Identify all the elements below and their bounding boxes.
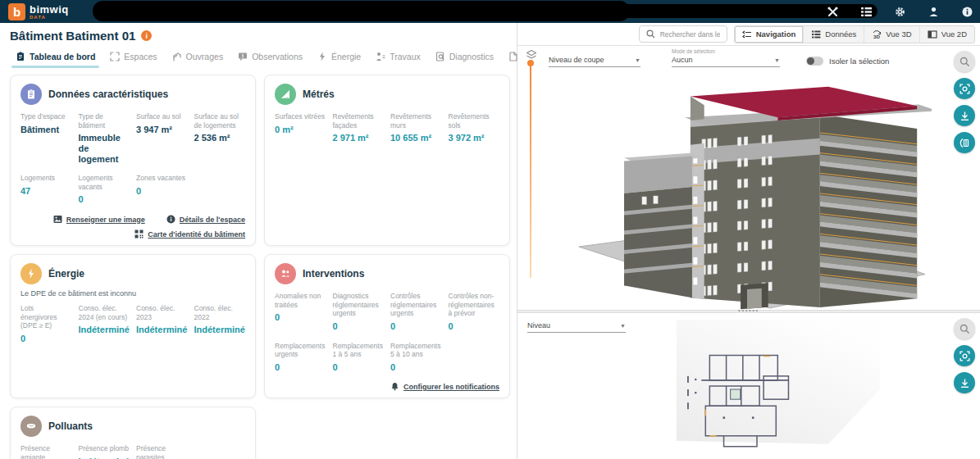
ouvrages-icon — [172, 52, 182, 61]
field-label: Conso. élec. 2022 — [194, 304, 246, 321]
field-label: Surface au sol — [136, 112, 188, 121]
field-value: 0 — [333, 362, 385, 373]
field-label: Remplacements urgents — [275, 342, 326, 359]
tab-diagnostics[interactable]: Diagnostics — [428, 48, 501, 66]
field-value: 0 — [79, 194, 130, 205]
view-button-donnees[interactable]: Données — [804, 26, 864, 43]
ruler-icon — [275, 84, 296, 105]
section-box-button[interactable] — [954, 132, 975, 153]
field-label: Revêtements murs — [390, 112, 442, 130]
tab-label: Observations — [252, 52, 303, 61]
viewport-3d[interactable]: Niveau de coupe▼ Mode de sélection Aucun… — [517, 46, 980, 310]
field-label: Anomalies non traitées — [275, 292, 326, 309]
tab-label: Tableau de bord — [30, 52, 95, 61]
fit-view-button-2d[interactable] — [954, 345, 975, 366]
field-value: 2 536 m² — [194, 133, 246, 143]
svg-text:3D: 3D — [873, 33, 880, 39]
logo-name: bimwiq — [30, 4, 69, 15]
tab-observations[interactable]: Observations — [230, 48, 310, 66]
field-value: 0 m² — [275, 125, 326, 135]
tab-travaux[interactable]: Travaux — [368, 48, 428, 66]
cut-level-slider-track[interactable] — [530, 66, 531, 278]
travaux-icon — [376, 52, 385, 61]
viewport-2d[interactable]: Niveau▼ — [517, 313, 980, 459]
user-icon[interactable] — [928, 6, 940, 18]
building-search[interactable] — [639, 25, 727, 43]
tab-espaces[interactable]: Espaces — [103, 48, 164, 66]
field-value: Bâtiment — [21, 125, 72, 135]
zoom-button-2d[interactable] — [954, 318, 975, 339]
chevron-down-icon: ▼ — [774, 57, 780, 63]
link-configurer-notifications[interactable]: Configurer les notifications — [390, 382, 499, 391]
field-value: 0 — [333, 321, 385, 332]
app-window: b bimwiq DATA Bâtiment Batiment 01 i Tab… — [0, 0, 980, 459]
field-value: 47 — [21, 186, 72, 197]
field-label: Surface au sol de logements — [194, 112, 246, 130]
selection-mode-label: Mode de sélection — [672, 48, 780, 54]
building-3d-model[interactable] — [563, 67, 932, 310]
field-label: Remplacements 1 à 5 ans — [333, 342, 385, 359]
field-label: Lots énergivores (DPE ≥ E) — [21, 304, 72, 330]
tab-label: Diagnostics — [449, 52, 494, 61]
card-energie: Énergie Le DPE de ce bâtiment est inconn… — [10, 254, 256, 398]
topbar: b bimwiq DATA — [0, 0, 980, 23]
field-label: Présence parasites — [136, 444, 188, 459]
card-title: Métrés — [303, 89, 335, 100]
field-value: 10 655 m² — [390, 133, 442, 143]
settings-icon[interactable] — [894, 6, 906, 18]
view-button-navigation[interactable]: Navigation — [735, 26, 805, 43]
bimwiq-logo[interactable]: b bimwiq DATA — [0, 3, 69, 20]
card-metres: Métrés Surfaces vitrées0 m² Revêtements … — [264, 75, 510, 246]
field-value: 3 972 m² — [449, 133, 500, 143]
layers-icon — [526, 49, 537, 61]
download-button-3d[interactable] — [954, 105, 975, 126]
card-title: Données caractéristiques — [48, 89, 168, 100]
field-label: Présence plomb — [79, 444, 130, 453]
field-label: Surfaces vitrées — [275, 112, 326, 121]
dpe-note: Le DPE de ce bâtiment est inconnu — [21, 289, 245, 298]
zoom-button-3d[interactable] — [954, 51, 975, 72]
tab-label: Espaces — [124, 52, 157, 61]
tools-icon[interactable] — [827, 6, 839, 18]
field-value: 0 — [275, 362, 326, 373]
vue-3d-icon: 3D — [872, 30, 882, 39]
building-info-badge[interactable]: i — [141, 30, 152, 41]
search-icon — [646, 30, 655, 39]
tab-ouvrages[interactable]: Ouvrages — [165, 48, 231, 66]
vue-2d-icon — [928, 30, 937, 39]
redacted-area — [93, 1, 630, 21]
link-carte-identite[interactable]: Carte d'identité du bâtiment — [134, 230, 245, 239]
link-renseigner-image[interactable]: Renseigner une image — [53, 215, 145, 224]
observations-icon — [238, 52, 248, 61]
modules-icon[interactable] — [860, 6, 873, 18]
viewer-header: Navigation Données 3D Vue 3D Vue 2D — [517, 23, 980, 46]
info-icon[interactable] — [961, 6, 973, 18]
view-button-vue-3d[interactable]: 3D Vue 3D — [864, 26, 919, 43]
cut-level-slider-handle[interactable] — [527, 60, 534, 66]
field-value: 0 — [21, 334, 72, 344]
search-input[interactable] — [660, 30, 720, 39]
chevron-down-icon: ▼ — [635, 57, 640, 63]
field-value: Indéterminé — [79, 325, 130, 335]
field-value: 3 947 m² — [136, 125, 188, 135]
field-label: Type de bâtiment — [79, 112, 130, 130]
link-details-espace[interactable]: Détails de l'espace — [166, 215, 245, 224]
lightning-icon — [21, 263, 42, 284]
navigation-icon — [742, 30, 752, 39]
floor-plan-2d[interactable] — [599, 318, 911, 459]
tab-energie[interactable]: Énergie — [310, 48, 368, 66]
isolate-selection-toggle[interactable] — [806, 57, 823, 66]
field-label: Conso. élec. 2024 (en cours) — [79, 304, 130, 321]
download-button-2d[interactable] — [954, 372, 975, 393]
diagnostics-icon — [435, 52, 445, 61]
selection-mode-select[interactable]: Mode de sélection Aucun▼ — [672, 48, 780, 67]
view-button-vue-2d[interactable]: Vue 2D — [920, 26, 974, 43]
field-label: Revêtements façades — [333, 112, 385, 130]
cut-level-select[interactable]: Niveau de coupe▼ — [549, 56, 640, 67]
section-tabs: Tableau de bord Espaces Ouvrages Observa… — [0, 46, 517, 66]
field-value: 0 — [390, 321, 442, 332]
tab-tableau-de-bord[interactable]: Tableau de bord — [8, 48, 103, 66]
mask-icon — [21, 416, 42, 437]
fit-view-button-3d[interactable] — [954, 78, 975, 99]
field-value: 0 — [449, 321, 500, 332]
